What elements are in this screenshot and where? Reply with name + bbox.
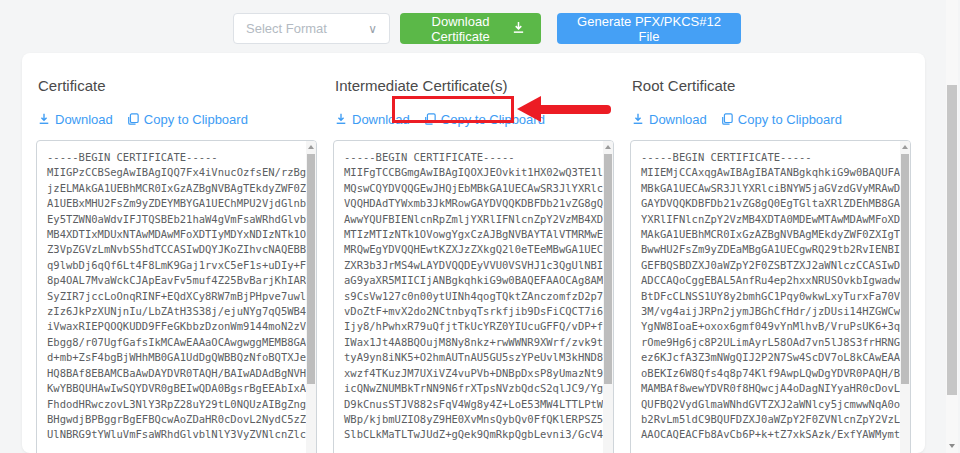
certificate-textarea[interactable]: -----BEGIN CERTIFICATE----- MIIGPzCCBSeg… [36, 140, 317, 453]
annotation-arrow-shaft [539, 105, 611, 114]
panel-root-certificate: Root Certificate Download Copy to Clipbo… [630, 69, 911, 453]
copy-to-clipboard-link[interactable]: Copy to Clipboard [127, 112, 248, 127]
clipboard-icon [127, 113, 139, 126]
format-select-placeholder: Select Format [246, 21, 327, 36]
panel-intermediate-certificate: Intermediate Certificate(s) Download Cop… [333, 69, 614, 453]
annotation-arrow-icon [517, 96, 541, 122]
download-certificate-button-label: Download Certificate [416, 14, 505, 44]
copy-to-clipboard-link[interactable]: Copy to Clipboard [721, 112, 842, 127]
copy-link-label: Copy to Clipboard [144, 112, 248, 127]
copy-link-label: Copy to Clipboard [738, 112, 842, 127]
scrollbar-thumb[interactable] [307, 154, 315, 384]
scroll-up-arrow-icon[interactable] [308, 145, 314, 149]
annotation-highlight-box [392, 96, 514, 123]
scrollbar-thumb[interactable] [901, 154, 909, 384]
download-link[interactable]: Download [632, 112, 707, 127]
scroll-up-arrow-icon[interactable] [902, 145, 908, 149]
panel-title: Root Certificate [632, 77, 911, 94]
download-link[interactable]: Download [38, 112, 113, 127]
scroll-down-arrow-icon[interactable] [949, 444, 955, 448]
certificate-textarea[interactable]: -----BEGIN CERTIFICATE----- MIIEMjCCAxqg… [630, 140, 911, 453]
textarea-scrollbar[interactable] [900, 141, 910, 453]
page-scrollbar[interactable] [946, 0, 958, 453]
certificate-textarea[interactable]: -----BEGIN CERTIFICATE----- MIIFgTCCBGmg… [333, 140, 614, 453]
panel-title: Intermediate Certificate(s) [335, 77, 614, 94]
format-select[interactable]: Select Format ∨ [233, 13, 390, 44]
download-icon [335, 113, 347, 125]
panel-title: Certificate [38, 77, 317, 94]
textarea-scrollbar[interactable] [603, 141, 613, 453]
download-icon [512, 21, 525, 37]
download-link-label: Download [55, 112, 113, 127]
page-scrollbar-thumb[interactable] [947, 85, 957, 395]
download-certificate-button[interactable]: Download Certificate [400, 13, 541, 44]
download-icon [38, 113, 50, 125]
scroll-up-arrow-icon[interactable] [605, 145, 611, 149]
chevron-down-icon: ∨ [368, 22, 377, 36]
download-link-label: Download [649, 112, 707, 127]
clipboard-icon [721, 113, 733, 126]
generate-pfx-button[interactable]: Generate PFX/PKCS#12 File [557, 13, 741, 44]
generate-pfx-button-label: Generate PFX/PKCS#12 File [573, 14, 725, 44]
scrollbar-thumb[interactable] [604, 154, 612, 384]
panel-certificate: Certificate Download Copy to Clipboard -… [36, 69, 317, 453]
download-icon [632, 113, 644, 125]
textarea-scrollbar[interactable] [306, 141, 316, 453]
